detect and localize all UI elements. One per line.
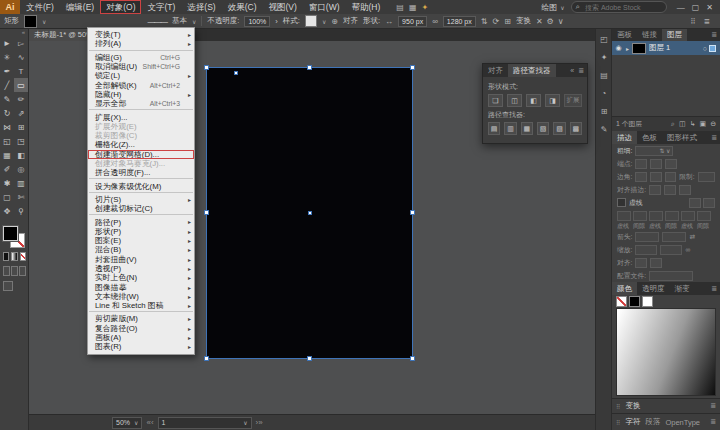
style-swatch[interactable] [305, 15, 317, 27]
dock-panel-icon-6[interactable]: ✎ [601, 125, 608, 134]
link-scale-icon[interactable]: ∞ [685, 246, 690, 253]
color-button[interactable] [3, 252, 9, 261]
tab-artboards[interactable]: 画板 [612, 28, 637, 41]
eyedropper-tool[interactable]: ✐ [0, 162, 14, 176]
menu-item[interactable]: Line 和 Sketch 图稿 ▸ [88, 301, 194, 310]
width-field[interactable]: 950 px [398, 16, 427, 27]
dock-panel-icon-5[interactable]: ⊞ [601, 107, 608, 116]
align-outside-button[interactable] [679, 185, 691, 195]
menu-item[interactable]: 显示全部 Alt+Ctrl+3 [88, 99, 194, 108]
width-tool[interactable]: ⋈ [0, 120, 14, 134]
menu-file[interactable]: 文件(F) [20, 0, 60, 14]
zoom-control[interactable]: 50% ∨ [112, 417, 142, 429]
rotate-field-icon[interactable]: ⟳ [492, 17, 499, 26]
dash-field[interactable] [681, 211, 695, 221]
opacity-more[interactable]: › [275, 17, 278, 26]
miter-limit-field[interactable] [698, 172, 715, 182]
direct-selection-tool[interactable]: ▻ [14, 36, 28, 50]
round-cap-button[interactable] [650, 159, 662, 169]
menu-select[interactable]: 选择(S) [181, 0, 221, 14]
draw-behind-button[interactable] [11, 266, 18, 276]
gap-field[interactable] [665, 211, 679, 221]
fill-swatch[interactable] [24, 15, 37, 28]
link-dimensions-icon[interactable]: ∞ [432, 17, 438, 26]
target-circle-icon[interactable]: ○ [703, 45, 707, 52]
isolate-icon[interactable]: ✕ [536, 17, 543, 26]
search-input[interactable] [583, 3, 657, 12]
dash-field[interactable] [617, 211, 631, 221]
panel-menu-icon[interactable]: ≣ [578, 67, 584, 75]
tab-links[interactable]: 链接 [637, 28, 662, 41]
unite-icon[interactable]: ❏ [488, 94, 503, 107]
document-layout-icon[interactable]: ▦ [409, 3, 417, 12]
select-similar-icon[interactable]: ⚙ [547, 17, 554, 26]
align-link[interactable]: 对齐 [343, 16, 358, 26]
panel-menu-icon[interactable]: ≣ [711, 31, 717, 39]
height-field[interactable]: 1280 px [443, 16, 476, 27]
collapse-toolbar-icon[interactable]: « [0, 28, 28, 36]
paintbrush-tool[interactable]: ✎ [0, 92, 14, 106]
merge-icon[interactable]: ▦ [521, 122, 533, 135]
rectangle-tool[interactable]: ▭ [14, 78, 28, 92]
projecting-cap-button[interactable] [665, 159, 677, 169]
anchor-point[interactable] [234, 71, 238, 75]
selection-handle[interactable] [410, 356, 415, 361]
new-sublayer-icon[interactable]: ↳ [690, 120, 696, 128]
recolor-artwork-icon[interactable]: ⊕ [331, 17, 338, 26]
panel-menu-icon[interactable]: ≣ [711, 285, 717, 293]
menu-item[interactable] [89, 109, 193, 110]
visibility-eye-icon[interactable]: ◉ [614, 44, 623, 52]
symbol-sprayer-tool[interactable]: ✱ [0, 176, 14, 190]
panel-menu-icon[interactable]: ≣ [710, 402, 716, 410]
gradient-button[interactable] [11, 252, 17, 261]
dock-panel-icon-3[interactable]: ▤ [600, 71, 608, 80]
round-join-button[interactable] [650, 172, 662, 182]
menu-item[interactable]: 排列(A) ▸ [88, 39, 194, 48]
menu-window[interactable]: 窗口(W) [303, 0, 346, 14]
scale-tool[interactable]: ⇗ [14, 106, 28, 120]
scale-end-field[interactable] [660, 245, 682, 255]
new-layer-icon[interactable]: ▣ [700, 120, 707, 128]
none-swatch[interactable] [616, 296, 627, 307]
transform-panel-bar[interactable]: ⠿ 变换 ≣ [612, 398, 720, 413]
align-dash-button[interactable] [703, 198, 715, 208]
magic-wand-tool[interactable]: ✳ [0, 50, 14, 64]
menu-type[interactable]: 文字(T) [141, 0, 181, 14]
minimize-button[interactable]: — [677, 3, 685, 12]
outline-icon[interactable]: ▨ [553, 122, 565, 135]
draw-normal-button[interactable] [3, 266, 10, 276]
align-arrow-tip-button[interactable] [635, 258, 647, 268]
paragraph-tab[interactable]: 段落 [645, 417, 660, 427]
blend-tool[interactable]: ◎ [14, 162, 28, 176]
menu-item[interactable]: 拼合透明度(F)... [88, 168, 194, 177]
column-graph-tool[interactable]: ▥ [14, 176, 28, 190]
free-transform-tool[interactable]: ⊞ [14, 120, 28, 134]
type-panel-bar[interactable]: ⠿ 字符 段落 OpenType ≣ [612, 413, 720, 430]
selection-handle[interactable] [204, 210, 209, 215]
crop-icon[interactable]: ▧ [537, 122, 549, 135]
divide-icon[interactable]: ▤ [488, 122, 500, 135]
gradient-tool[interactable]: ◧ [14, 148, 28, 162]
screen-mode-button[interactable] [3, 281, 13, 291]
exclude-icon[interactable]: ◨ [545, 94, 560, 107]
hand-tool[interactable]: ✥ [0, 204, 14, 218]
tab-swatches[interactable]: 色板 [637, 131, 662, 144]
color-spectrum-ramp[interactable] [616, 308, 716, 396]
gap-field[interactable] [697, 211, 711, 221]
layer-name[interactable]: 图层 1 [649, 43, 670, 53]
make-clip-mask-icon[interactable]: ◫ [679, 120, 686, 128]
width-profile-select[interactable] [649, 271, 693, 281]
tab-graphic-styles[interactable]: 图形样式 [662, 131, 702, 144]
arrow-start-select[interactable] [635, 232, 659, 242]
menu-item[interactable] [89, 311, 193, 312]
dashed-line-checkbox[interactable] [617, 198, 626, 207]
stock-search-box[interactable]: ⌕ [571, 1, 667, 13]
control-panel-menu-icon[interactable]: ≣ [704, 17, 710, 26]
fill-color-well[interactable] [3, 226, 18, 241]
menu-edit[interactable]: 编辑(E) [60, 0, 100, 14]
minus-front-icon[interactable]: ◫ [507, 94, 522, 107]
close-button[interactable]: ✕ [706, 3, 713, 12]
menu-item[interactable] [89, 192, 193, 193]
expand-arrow-icon[interactable]: ▸ [626, 45, 629, 52]
locate-object-icon[interactable]: ⌕ [671, 120, 675, 128]
